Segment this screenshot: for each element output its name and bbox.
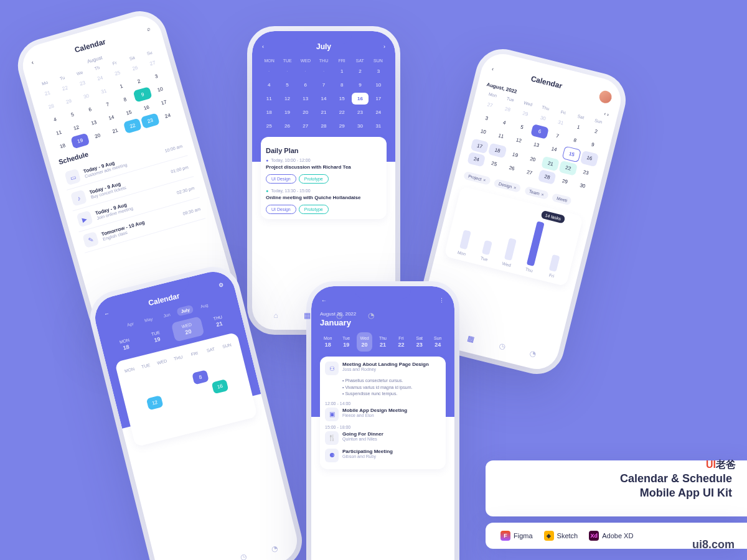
plan-item[interactable]: ●Today, 10:00 - 12:00 Project discussion… [266,158,382,184]
ticket-icon: ♪ [70,190,87,207]
back-icon[interactable]: ← [321,297,327,304]
watermark: ui8.com [692,538,735,551]
briefcase-icon: ▭ [64,169,81,185]
figma-icon: F [500,531,510,541]
bottom-nav[interactable]: ⌂▦◷◔ [166,536,292,560]
tool-xd: XdAdobe XD [589,531,633,541]
video-icon: ▶ [77,210,93,227]
calendar-icon: ▦ [304,311,311,320]
more-icon[interactable]: ⋮ [439,297,444,304]
prev-month-icon[interactable]: ‹ [262,44,264,50]
tool-figma: FFigma [500,531,533,541]
back-icon[interactable]: ‹ [491,65,494,72]
xd-icon: Xd [589,531,599,541]
daily-plan-heading: Daily Plan [266,147,382,154]
notch [296,31,352,44]
team-icon: ⚈ [325,449,339,462]
event-item[interactable]: ⚇Meeting About Landing Page DesignJoss a… [325,362,441,398]
phone-screen-5: ←⋮ August 20, 2022 January Mon18 Tue19 W… [311,286,454,560]
month-nav[interactable]: ‹ › [603,111,609,118]
search-icon[interactable]: ⌕ [146,26,151,32]
avatar[interactable] [598,90,613,105]
back-icon[interactable]: ‹ [31,59,34,65]
event-item[interactable]: ⚈Participating MeetingGibson and Ruby [325,449,441,462]
month-title: July [316,42,331,51]
events-card: ⚇Meeting About Landing Page DesignJoss a… [320,357,446,469]
tag-team[interactable]: Team × [524,186,549,200]
tag-design[interactable]: Design × [494,179,522,193]
tool-sketch: ◆Sketch [544,531,578,541]
date-label: August 20, 2022 [320,311,446,317]
event-item[interactable]: 🍴Going For DinnerQuinton and Niles [325,431,441,445]
clock-icon: ◷ [240,552,248,560]
next-month-icon[interactable]: › [383,44,385,50]
event-item[interactable]: ▣Mobile App Design MeetingFleece and Elo… [325,408,441,421]
phone-screen-2: ‹July› MONTUEWEDTHUFRISATSUN ····123 456… [252,31,395,330]
day-of-week-header: MONTUEWEDTHUFRISATSUN [261,58,387,63]
calendar-grid[interactable]: ····123 45678910 11121314151617 18192021… [123,348,251,441]
daily-plan-card: Daily Plan ●Today, 10:00 - 12:00 Project… [261,137,387,219]
settings-icon[interactable]: ⚙ [218,282,224,289]
design-icon: ▣ [325,408,339,421]
calendar-grid[interactable]: ····123 45678910 11121314151617 18192021… [261,65,387,132]
bell-icon: ◔ [529,349,537,359]
sketch-icon: ◆ [544,531,554,541]
food-icon: 🍴 [325,431,339,445]
users-icon: ⚇ [325,362,339,375]
plan-item[interactable]: ●Today, 13:30 - 15:00 Online meeting wit… [266,189,382,214]
book-icon: ✎ [82,231,99,248]
week-selector[interactable]: Mon18 Tue19 Wed20 Thu21 Fri22 Sat23 Sun2… [320,332,446,352]
home-icon: ⌂ [273,311,278,320]
notch [355,286,411,299]
month-title: January [320,318,446,327]
calendar-icon: ▦ [466,334,475,343]
back-icon[interactable]: ← [103,310,110,317]
watermark-cn: UIUI老爸老爸 [706,459,736,472]
clock-icon: ◷ [498,342,506,352]
bell-icon: ◔ [270,544,278,554]
tag-project[interactable]: Project × [463,171,491,185]
tag-meeting[interactable]: Meeti [552,193,572,205]
